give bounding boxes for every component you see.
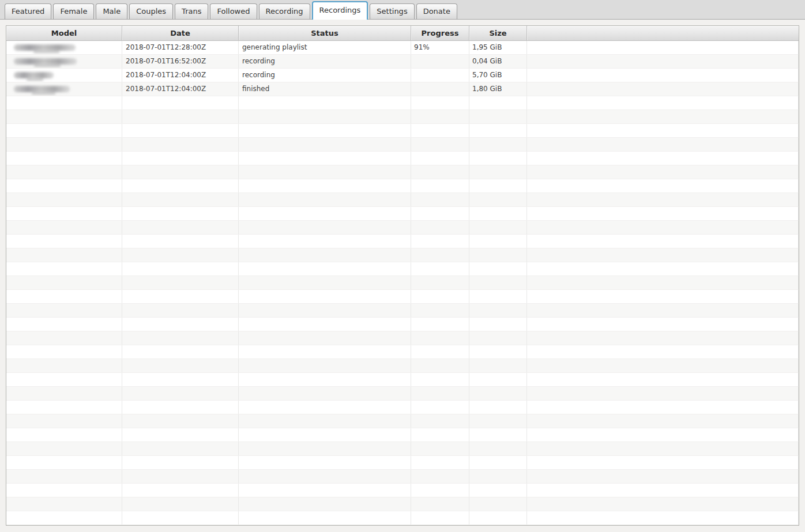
cell-extra [527,55,799,68]
tab-recording[interactable]: Recording [259,3,310,19]
cell-status [239,290,411,303]
cell-model [6,165,122,179]
cell-model [6,470,122,483]
cell-extra [527,152,799,165]
cell-model [6,221,122,234]
cell-extra [527,96,799,110]
tab-settings[interactable]: Settings [370,3,414,19]
table-row[interactable]: 2018-07-01T12:28:00Zgenerating playlist9… [6,41,799,55]
cell-progress [411,318,469,331]
cell-extra [527,193,799,206]
cell-progress [411,511,469,525]
cell-date [122,497,239,511]
cell-extra [527,138,799,151]
table-row-empty [6,193,799,207]
cell-size [469,345,527,359]
cell-size [469,414,527,428]
cell-model [6,511,122,525]
cell-extra [527,387,799,400]
cell-size [469,387,527,400]
tab-couples[interactable]: Couples [129,3,173,19]
table-row-empty [6,304,799,318]
cell-model [6,248,122,262]
tab-recordings[interactable]: Recordings [312,1,368,20]
cell-size [469,124,527,137]
cell-date [122,387,239,400]
cell-status: recording [239,55,411,68]
cell-progress [411,82,469,96]
cell-model [6,331,122,345]
cell-date [122,96,239,110]
table-row-empty [6,470,799,484]
cell-extra [527,318,799,331]
table-row-empty [6,235,799,248]
table-row[interactable]: 2018-07-01T16:52:00Zrecording0,04 GiB [6,55,799,69]
cell-extra [527,248,799,262]
cell-size [469,110,527,123]
tab-female[interactable]: Female [53,3,94,19]
cell-size [469,152,527,165]
column-header-status[interactable]: Status [239,26,411,40]
column-header-date[interactable]: Date [122,26,239,40]
cell-size [469,262,527,276]
cell-size [469,497,527,511]
cell-progress [411,179,469,193]
cell-date [122,470,239,483]
cell-model [6,276,122,289]
cell-date: 2018-07-01T12:28:00Z [122,41,239,54]
cell-progress [411,484,469,497]
cell-size [469,428,527,442]
cell-status [239,401,411,414]
cell-progress [411,221,469,234]
model-name-redacted [14,44,76,51]
tab-donate[interactable]: Donate [416,3,457,19]
cell-extra [527,276,799,289]
cell-status [239,276,411,289]
cell-extra [527,401,799,414]
cell-status [239,387,411,400]
cell-progress [411,248,469,262]
notebook-page: ModelDateStatusProgressSize 2018-07-01T1… [0,20,805,532]
column-header-model[interactable]: Model [6,26,122,40]
model-name-redacted [14,86,70,92]
cell-date [122,511,239,525]
cell-model [6,235,122,248]
cell-extra [527,428,799,442]
cell-date [122,262,239,276]
table-row[interactable]: 2018-07-01T12:04:00Zrecording5,70 GiB [6,69,799,82]
tab-trans[interactable]: Trans [175,3,208,19]
cell-model [6,179,122,193]
cell-date [122,456,239,469]
table-row-empty [6,207,799,221]
recordings-table: ModelDateStatusProgressSize 2018-07-01T1… [6,25,799,526]
column-header-progress[interactable]: Progress [411,26,469,40]
table-row-empty [6,428,799,442]
cell-size [469,179,527,193]
table-row-empty [6,138,799,152]
cell-date [122,484,239,497]
cell-extra [527,331,799,345]
cell-date [122,442,239,455]
cell-model [6,401,122,414]
cell-progress [411,387,469,400]
cell-status [239,484,411,497]
cell-date [122,290,239,303]
tab-male[interactable]: Male [96,3,127,19]
column-header-size[interactable]: Size [469,26,527,40]
cell-status: recording [239,69,411,82]
table-row-empty [6,276,799,290]
table-row[interactable]: 2018-07-01T12:04:00Zfinished1,80 GiB [6,82,799,96]
cell-date [122,193,239,206]
cell-status [239,152,411,165]
cell-model [6,387,122,400]
cell-extra [527,221,799,234]
table-row-empty [6,373,799,387]
cell-extra [527,414,799,428]
cell-extra [527,470,799,483]
table-row-empty [6,179,799,193]
table-row-empty [6,497,799,511]
tab-featured[interactable]: Featured [5,3,51,19]
column-header-filler [527,26,799,40]
tab-followed[interactable]: Followed [210,3,257,19]
cell-model [6,152,122,165]
